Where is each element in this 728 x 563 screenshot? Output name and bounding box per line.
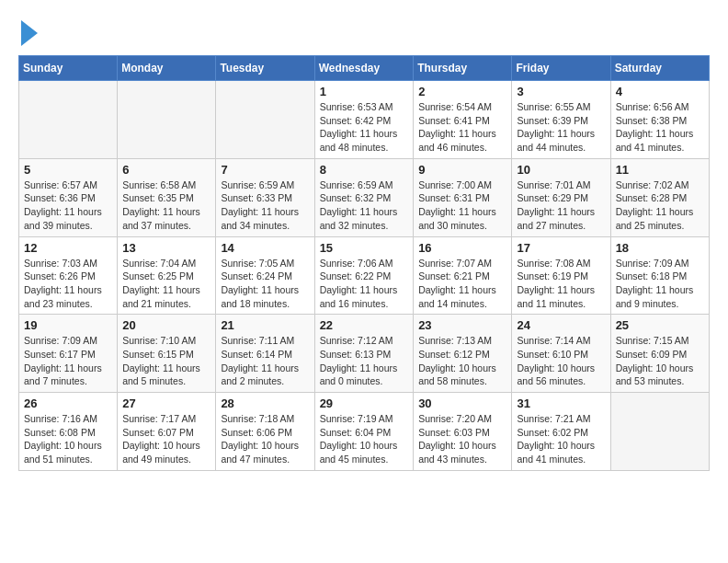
day-info: Sunrise: 7:17 AMSunset: 6:07 PMDaylight:… xyxy=(122,412,210,466)
day-number: 11 xyxy=(616,163,704,177)
calendar-week-row: 26Sunrise: 7:16 AMSunset: 6:08 PMDayligh… xyxy=(19,393,710,471)
page-header xyxy=(18,18,710,46)
calendar-cell: 5Sunrise: 6:57 AMSunset: 6:36 PMDaylight… xyxy=(19,158,118,236)
day-info: Sunrise: 7:09 AMSunset: 6:17 PMDaylight:… xyxy=(24,334,112,388)
day-info: Sunrise: 7:01 AMSunset: 6:29 PMDaylight:… xyxy=(517,178,605,233)
calendar-cell: 9Sunrise: 7:00 AMSunset: 6:31 PMDaylight… xyxy=(414,158,512,236)
calendar-cell xyxy=(610,393,709,471)
calendar-cell: 28Sunrise: 7:18 AMSunset: 6:06 PMDayligh… xyxy=(216,393,314,471)
day-info: Sunrise: 7:13 AMSunset: 6:12 PMDaylight:… xyxy=(418,334,506,388)
calendar-week-row: 5Sunrise: 6:57 AMSunset: 6:36 PMDaylight… xyxy=(19,158,710,236)
calendar-cell: 22Sunrise: 7:12 AMSunset: 6:13 PMDayligh… xyxy=(314,315,414,393)
calendar-cell: 27Sunrise: 7:17 AMSunset: 6:07 PMDayligh… xyxy=(118,393,216,471)
calendar-cell: 16Sunrise: 7:07 AMSunset: 6:21 PMDayligh… xyxy=(414,236,512,315)
day-number: 1 xyxy=(320,85,409,98)
calendar-cell: 4Sunrise: 6:56 AMSunset: 6:38 PMDaylight… xyxy=(610,81,709,159)
day-info: Sunrise: 7:10 AMSunset: 6:15 PMDaylight:… xyxy=(122,334,210,388)
day-info: Sunrise: 7:20 AMSunset: 6:03 PMDaylight:… xyxy=(418,412,506,466)
day-number: 20 xyxy=(122,318,210,332)
day-number: 3 xyxy=(517,85,605,98)
day-number: 15 xyxy=(320,241,409,255)
calendar-cell: 19Sunrise: 7:09 AMSunset: 6:17 PMDayligh… xyxy=(19,315,118,393)
day-info: Sunrise: 7:00 AMSunset: 6:31 PMDaylight:… xyxy=(418,178,506,233)
day-info: Sunrise: 6:59 AMSunset: 6:33 PMDaylight:… xyxy=(221,178,309,233)
day-number: 13 xyxy=(122,241,210,255)
calendar-cell: 24Sunrise: 7:14 AMSunset: 6:10 PMDayligh… xyxy=(512,315,610,393)
day-number: 10 xyxy=(517,163,605,177)
calendar-cell: 10Sunrise: 7:01 AMSunset: 6:29 PMDayligh… xyxy=(512,158,610,236)
calendar-week-row: 19Sunrise: 7:09 AMSunset: 6:17 PMDayligh… xyxy=(19,315,710,393)
day-number: 29 xyxy=(320,396,409,410)
day-number: 31 xyxy=(517,396,605,410)
day-info: Sunrise: 7:08 AMSunset: 6:19 PMDaylight:… xyxy=(517,257,605,311)
day-info: Sunrise: 7:12 AMSunset: 6:13 PMDaylight:… xyxy=(320,334,409,388)
calendar-cell xyxy=(216,81,314,159)
calendar-header-saturday: Saturday xyxy=(610,56,709,81)
day-info: Sunrise: 6:58 AMSunset: 6:35 PMDaylight:… xyxy=(122,178,210,233)
calendar-week-row: 12Sunrise: 7:03 AMSunset: 6:26 PMDayligh… xyxy=(19,236,710,315)
calendar-cell: 15Sunrise: 7:06 AMSunset: 6:22 PMDayligh… xyxy=(314,236,414,315)
day-info: Sunrise: 7:02 AMSunset: 6:28 PMDaylight:… xyxy=(616,178,704,233)
day-info: Sunrise: 7:09 AMSunset: 6:18 PMDaylight:… xyxy=(616,257,704,311)
day-number: 27 xyxy=(122,396,210,410)
calendar-cell: 12Sunrise: 7:03 AMSunset: 6:26 PMDayligh… xyxy=(19,236,118,315)
day-number: 25 xyxy=(616,318,704,332)
day-number: 4 xyxy=(616,85,704,98)
calendar-cell: 3Sunrise: 6:55 AMSunset: 6:39 PMDaylight… xyxy=(512,81,610,159)
calendar-cell: 30Sunrise: 7:20 AMSunset: 6:03 PMDayligh… xyxy=(414,393,512,471)
day-number: 18 xyxy=(616,241,704,255)
calendar-cell: 21Sunrise: 7:11 AMSunset: 6:14 PMDayligh… xyxy=(216,315,314,393)
logo-arrow-icon xyxy=(21,20,38,46)
calendar-cell: 29Sunrise: 7:19 AMSunset: 6:04 PMDayligh… xyxy=(314,393,414,471)
calendar-cell: 1Sunrise: 6:53 AMSunset: 6:42 PMDaylight… xyxy=(314,81,414,159)
calendar-cell: 11Sunrise: 7:02 AMSunset: 6:28 PMDayligh… xyxy=(610,158,709,236)
calendar-cell: 20Sunrise: 7:10 AMSunset: 6:15 PMDayligh… xyxy=(118,315,216,393)
calendar-cell: 17Sunrise: 7:08 AMSunset: 6:19 PMDayligh… xyxy=(512,236,610,315)
day-info: Sunrise: 7:04 AMSunset: 6:25 PMDaylight:… xyxy=(122,257,210,311)
day-info: Sunrise: 7:14 AMSunset: 6:10 PMDaylight:… xyxy=(517,334,605,388)
calendar-cell: 31Sunrise: 7:21 AMSunset: 6:02 PMDayligh… xyxy=(512,393,610,471)
calendar-cell: 2Sunrise: 6:54 AMSunset: 6:41 PMDaylight… xyxy=(414,81,512,159)
calendar-cell: 23Sunrise: 7:13 AMSunset: 6:12 PMDayligh… xyxy=(414,315,512,393)
day-info: Sunrise: 6:56 AMSunset: 6:38 PMDaylight:… xyxy=(616,100,704,155)
day-info: Sunrise: 7:21 AMSunset: 6:02 PMDaylight:… xyxy=(517,412,605,466)
day-number: 5 xyxy=(24,163,112,177)
day-info: Sunrise: 7:11 AMSunset: 6:14 PMDaylight:… xyxy=(221,334,309,388)
day-info: Sunrise: 6:57 AMSunset: 6:36 PMDaylight:… xyxy=(24,178,112,233)
calendar-cell: 13Sunrise: 7:04 AMSunset: 6:25 PMDayligh… xyxy=(118,236,216,315)
day-number: 19 xyxy=(24,318,112,332)
day-number: 8 xyxy=(320,163,409,177)
day-number: 24 xyxy=(517,318,605,332)
day-info: Sunrise: 7:16 AMSunset: 6:08 PMDaylight:… xyxy=(24,412,112,466)
day-info: Sunrise: 7:07 AMSunset: 6:21 PMDaylight:… xyxy=(418,257,506,311)
calendar-header-row: SundayMondayTuesdayWednesdayThursdayFrid… xyxy=(19,56,710,81)
calendar-cell xyxy=(19,81,118,159)
day-info: Sunrise: 6:53 AMSunset: 6:42 PMDaylight:… xyxy=(320,100,409,155)
day-number: 17 xyxy=(517,241,605,255)
calendar-cell: 7Sunrise: 6:59 AMSunset: 6:33 PMDaylight… xyxy=(216,158,314,236)
day-number: 21 xyxy=(221,318,309,332)
day-number: 23 xyxy=(418,318,506,332)
calendar-header-thursday: Thursday xyxy=(414,56,512,81)
day-info: Sunrise: 7:18 AMSunset: 6:06 PMDaylight:… xyxy=(221,412,309,466)
day-number: 7 xyxy=(221,163,309,177)
day-number: 16 xyxy=(418,241,506,255)
calendar-cell: 25Sunrise: 7:15 AMSunset: 6:09 PMDayligh… xyxy=(610,315,709,393)
day-info: Sunrise: 7:06 AMSunset: 6:22 PMDaylight:… xyxy=(320,257,409,311)
calendar-cell: 18Sunrise: 7:09 AMSunset: 6:18 PMDayligh… xyxy=(610,236,709,315)
logo xyxy=(18,18,38,46)
day-number: 12 xyxy=(24,241,112,255)
calendar-cell xyxy=(118,81,216,159)
calendar-table: SundayMondayTuesdayWednesdayThursdayFrid… xyxy=(18,55,710,471)
day-number: 9 xyxy=(418,163,506,177)
day-info: Sunrise: 7:15 AMSunset: 6:09 PMDaylight:… xyxy=(616,334,704,388)
day-number: 26 xyxy=(24,396,112,410)
calendar-header-wednesday: Wednesday xyxy=(314,56,414,81)
day-info: Sunrise: 6:59 AMSunset: 6:32 PMDaylight:… xyxy=(320,178,409,233)
day-info: Sunrise: 7:19 AMSunset: 6:04 PMDaylight:… xyxy=(320,412,409,466)
day-number: 6 xyxy=(122,163,210,177)
calendar-header-sunday: Sunday xyxy=(19,56,118,81)
day-info: Sunrise: 6:55 AMSunset: 6:39 PMDaylight:… xyxy=(517,100,605,155)
calendar-cell: 14Sunrise: 7:05 AMSunset: 6:24 PMDayligh… xyxy=(216,236,314,315)
day-number: 30 xyxy=(418,396,506,410)
